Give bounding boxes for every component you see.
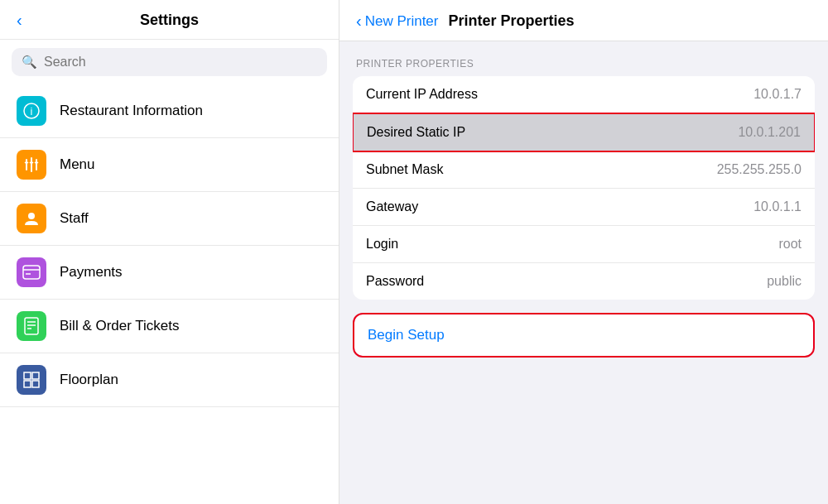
left-panel-title: Settings: [140, 12, 199, 29]
prop-row-subnet-mask: Subnet Mask 255.255.255.0: [353, 151, 815, 189]
prop-value-gateway: 10.0.1.1: [753, 199, 802, 214]
sidebar-item-bill-label: Bill & Order Tickets: [60, 318, 180, 334]
restaurant-icon: i: [17, 96, 46, 126]
prop-value-login: root: [778, 237, 802, 252]
left-panel: ‹ Settings 🔍 i Restaurant Information: [0, 0, 339, 504]
prop-row-desired-static-ip[interactable]: Desired Static IP 10.0.1.201: [353, 113, 815, 152]
prop-label-desired-static-ip: Desired Static IP: [367, 125, 465, 140]
sidebar-item-bill[interactable]: Bill & Order Tickets: [0, 300, 339, 353]
left-back-button[interactable]: ‹: [17, 11, 22, 30]
prop-value-desired-static-ip: 10.0.1.201: [738, 125, 801, 140]
sidebar-item-restaurant[interactable]: i Restaurant Information: [0, 84, 339, 138]
left-back-chevron-icon: ‹: [17, 11, 22, 29]
sidebar-item-floorplan[interactable]: Floorplan: [0, 353, 339, 407]
right-panel: ‹ New Printer Printer Properties PRINTER…: [339, 0, 828, 504]
right-content: PRINTER PROPERTIES Current IP Address 10…: [339, 41, 828, 504]
begin-setup-button[interactable]: Begin Setup: [354, 314, 813, 356]
sidebar-item-payments-label: Payments: [60, 264, 123, 281]
bill-icon: [17, 311, 46, 341]
sidebar-item-payments[interactable]: Payments: [0, 246, 339, 300]
staff-icon: [17, 204, 46, 233]
nav-list: i Restaurant Information Menu: [0, 84, 339, 504]
svg-rect-14: [32, 372, 39, 379]
sidebar-item-staff[interactable]: Staff: [0, 192, 339, 246]
prop-row-current-ip: Current IP Address 10.0.1.7: [353, 76, 815, 113]
sidebar-item-menu-label: Menu: [60, 156, 95, 173]
svg-point-5: [28, 213, 35, 219]
sidebar-item-restaurant-label: Restaurant Information: [60, 103, 203, 119]
svg-rect-6: [23, 266, 40, 279]
prop-label-login: Login: [366, 237, 398, 252]
sidebar-item-staff-label: Staff: [60, 210, 89, 227]
section-label: PRINTER PROPERTIES: [353, 58, 815, 70]
prop-label-gateway: Gateway: [366, 199, 418, 214]
search-input[interactable]: [44, 55, 317, 70]
right-panel-title: Printer Properties: [448, 12, 574, 30]
search-box: 🔍: [12, 48, 327, 76]
menu-icon: [17, 150, 46, 180]
left-header: ‹ Settings: [0, 0, 339, 40]
prop-label-password: Password: [366, 274, 424, 289]
sidebar-item-floorplan-label: Floorplan: [60, 372, 118, 388]
right-back-chevron-icon: ‹: [356, 12, 362, 31]
sidebar-item-menu[interactable]: Menu: [0, 138, 339, 192]
prop-row-login: Login root: [353, 226, 815, 263]
prop-value-subnet-mask: 255.255.255.0: [717, 162, 802, 177]
begin-setup-label: Begin Setup: [368, 327, 445, 343]
search-container: 🔍: [0, 40, 339, 84]
floorplan-icon: [17, 365, 46, 395]
svg-text:i: i: [31, 105, 33, 118]
prop-label-subnet-mask: Subnet Mask: [366, 162, 443, 177]
prop-label-current-ip: Current IP Address: [366, 87, 478, 102]
svg-rect-9: [25, 318, 38, 334]
svg-rect-16: [32, 381, 39, 387]
right-back-button[interactable]: ‹ New Printer: [356, 12, 438, 31]
payments-icon: [17, 257, 46, 287]
prop-row-gateway: Gateway 10.0.1.1: [353, 189, 815, 226]
right-back-label: New Printer: [365, 13, 439, 30]
printer-properties-card: Current IP Address 10.0.1.7 Desired Stat…: [353, 76, 815, 300]
search-icon: 🔍: [22, 55, 37, 70]
right-header: ‹ New Printer Printer Properties: [339, 0, 828, 41]
prop-value-password: public: [767, 274, 802, 289]
begin-setup-card: Begin Setup: [353, 313, 815, 358]
prop-value-current-ip: 10.0.1.7: [753, 87, 802, 102]
prop-row-password: Password public: [353, 263, 815, 300]
svg-rect-15: [24, 381, 31, 387]
svg-rect-13: [24, 372, 31, 379]
